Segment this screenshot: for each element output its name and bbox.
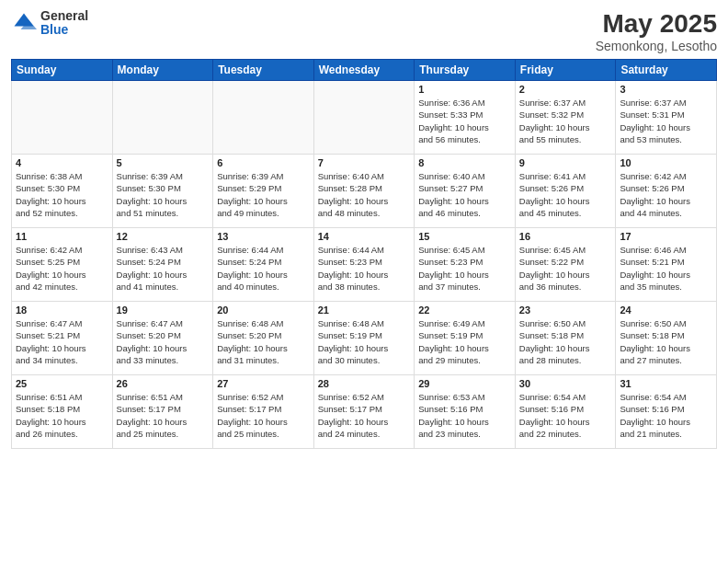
- day-number: 29: [418, 378, 511, 389]
- day-number: 15: [418, 231, 511, 242]
- header-friday: Friday: [515, 60, 616, 81]
- day-number: 11: [16, 231, 108, 242]
- day-number: 24: [620, 304, 712, 316]
- cell-text: Sunrise: 6:52 AM Sunset: 5:17 PM Dayligh…: [217, 391, 310, 440]
- cell-text: Sunrise: 6:51 AM Sunset: 5:17 PM Dayligh…: [117, 391, 210, 440]
- cell-text: Sunrise: 6:52 AM Sunset: 5:17 PM Dayligh…: [318, 391, 411, 440]
- calendar-week-5: 25Sunrise: 6:51 AM Sunset: 5:18 PM Dayli…: [12, 375, 717, 449]
- cell-text: Sunrise: 6:37 AM Sunset: 5:31 PM Dayligh…: [620, 97, 712, 145]
- cell-text: Sunrise: 6:45 AM Sunset: 5:22 PM Dayligh…: [519, 244, 612, 293]
- cell-text: Sunrise: 6:51 AM Sunset: 5:18 PM Dayligh…: [16, 391, 108, 440]
- day-number: 10: [620, 157, 712, 168]
- day-number: 5: [117, 157, 210, 168]
- calendar-location: Semonkong, Lesotho: [596, 39, 717, 53]
- table-row: 29Sunrise: 6:53 AM Sunset: 5:16 PM Dayli…: [415, 375, 516, 449]
- cell-text: Sunrise: 6:53 AM Sunset: 5:16 PM Dayligh…: [418, 391, 511, 440]
- day-number: 13: [217, 231, 310, 242]
- day-number: 8: [418, 157, 511, 168]
- day-number: 4: [16, 157, 108, 168]
- day-number: 12: [117, 231, 210, 242]
- cell-text: Sunrise: 6:44 AM Sunset: 5:24 PM Dayligh…: [217, 244, 310, 293]
- calendar-week-2: 4Sunrise: 6:38 AM Sunset: 5:30 PM Daylig…: [12, 155, 717, 228]
- logo-icon: [11, 10, 37, 36]
- header-wednesday: Wednesday: [313, 60, 415, 81]
- table-row: [12, 81, 113, 155]
- header-monday: Monday: [112, 60, 213, 81]
- cell-text: Sunrise: 6:39 AM Sunset: 5:29 PM Dayligh…: [217, 170, 310, 219]
- calendar-title: May 2025: [596, 9, 717, 39]
- page: General Blue May 2025 Semonkong, Lesotho…: [0, 0, 728, 563]
- logo: General Blue: [11, 9, 88, 38]
- day-number: 16: [519, 231, 612, 242]
- table-row: 4Sunrise: 6:38 AM Sunset: 5:30 PM Daylig…: [12, 155, 113, 228]
- table-row: 31Sunrise: 6:54 AM Sunset: 5:16 PM Dayli…: [616, 375, 717, 449]
- cell-text: Sunrise: 6:54 AM Sunset: 5:16 PM Dayligh…: [620, 391, 712, 440]
- cell-text: Sunrise: 6:37 AM Sunset: 5:32 PM Dayligh…: [519, 97, 612, 145]
- cell-text: Sunrise: 6:42 AM Sunset: 5:26 PM Dayligh…: [620, 170, 712, 219]
- cell-text: Sunrise: 6:39 AM Sunset: 5:30 PM Dayligh…: [117, 170, 210, 219]
- day-number: 26: [117, 378, 210, 389]
- header-saturday: Saturday: [616, 60, 717, 81]
- table-row: 28Sunrise: 6:52 AM Sunset: 5:17 PM Dayli…: [313, 375, 415, 449]
- weekday-header-row: Sunday Monday Tuesday Wednesday Thursday…: [12, 60, 717, 81]
- header-thursday: Thursday: [415, 60, 516, 81]
- table-row: 7Sunrise: 6:40 AM Sunset: 5:28 PM Daylig…: [313, 155, 415, 228]
- table-row: [112, 81, 213, 155]
- logo-general-label: General: [40, 9, 88, 23]
- day-number: 21: [318, 304, 411, 316]
- cell-text: Sunrise: 6:38 AM Sunset: 5:30 PM Dayligh…: [16, 170, 108, 219]
- table-row: 1Sunrise: 6:36 AM Sunset: 5:33 PM Daylig…: [415, 81, 516, 155]
- cell-text: Sunrise: 6:50 AM Sunset: 5:18 PM Dayligh…: [620, 317, 712, 366]
- table-row: 10Sunrise: 6:42 AM Sunset: 5:26 PM Dayli…: [616, 155, 717, 228]
- day-number: 27: [217, 378, 310, 389]
- cell-text: Sunrise: 6:43 AM Sunset: 5:24 PM Dayligh…: [117, 244, 210, 293]
- day-number: 17: [620, 231, 712, 242]
- cell-text: Sunrise: 6:47 AM Sunset: 5:21 PM Dayligh…: [16, 317, 108, 366]
- table-row: 12Sunrise: 6:43 AM Sunset: 5:24 PM Dayli…: [112, 228, 213, 302]
- header-tuesday: Tuesday: [213, 60, 314, 81]
- day-number: 3: [620, 84, 712, 95]
- cell-text: Sunrise: 6:40 AM Sunset: 5:27 PM Dayligh…: [418, 170, 511, 219]
- title-block: May 2025 Semonkong, Lesotho: [596, 9, 717, 53]
- table-row: 2Sunrise: 6:37 AM Sunset: 5:32 PM Daylig…: [515, 81, 616, 155]
- table-row: 9Sunrise: 6:41 AM Sunset: 5:26 PM Daylig…: [515, 155, 616, 228]
- table-row: 18Sunrise: 6:47 AM Sunset: 5:21 PM Dayli…: [12, 302, 113, 375]
- cell-text: Sunrise: 6:36 AM Sunset: 5:33 PM Dayligh…: [418, 97, 511, 145]
- calendar-week-1: 1Sunrise: 6:36 AM Sunset: 5:33 PM Daylig…: [12, 81, 717, 155]
- day-number: 22: [418, 304, 511, 316]
- day-number: 30: [519, 378, 612, 389]
- cell-text: Sunrise: 6:45 AM Sunset: 5:23 PM Dayligh…: [418, 244, 511, 293]
- table-row: 16Sunrise: 6:45 AM Sunset: 5:22 PM Dayli…: [515, 228, 616, 302]
- table-row: 13Sunrise: 6:44 AM Sunset: 5:24 PM Dayli…: [213, 228, 314, 302]
- day-number: 6: [217, 157, 310, 168]
- table-row: [213, 81, 314, 155]
- day-number: 25: [16, 378, 108, 389]
- day-number: 14: [318, 231, 411, 242]
- day-number: 20: [217, 304, 310, 316]
- cell-text: Sunrise: 6:40 AM Sunset: 5:28 PM Dayligh…: [318, 170, 411, 219]
- table-row: 27Sunrise: 6:52 AM Sunset: 5:17 PM Dayli…: [213, 375, 314, 449]
- table-row: 24Sunrise: 6:50 AM Sunset: 5:18 PM Dayli…: [616, 302, 717, 375]
- day-number: 28: [318, 378, 411, 389]
- day-number: 1: [418, 84, 511, 95]
- table-row: 21Sunrise: 6:48 AM Sunset: 5:19 PM Dayli…: [313, 302, 415, 375]
- table-row: 17Sunrise: 6:46 AM Sunset: 5:21 PM Dayli…: [616, 228, 717, 302]
- table-row: 3Sunrise: 6:37 AM Sunset: 5:31 PM Daylig…: [616, 81, 717, 155]
- calendar-week-4: 18Sunrise: 6:47 AM Sunset: 5:21 PM Dayli…: [12, 302, 717, 375]
- day-number: 9: [519, 157, 612, 168]
- table-row: 30Sunrise: 6:54 AM Sunset: 5:16 PM Dayli…: [515, 375, 616, 449]
- cell-text: Sunrise: 6:50 AM Sunset: 5:18 PM Dayligh…: [519, 317, 612, 366]
- day-number: 19: [117, 304, 210, 316]
- cell-text: Sunrise: 6:46 AM Sunset: 5:21 PM Dayligh…: [620, 244, 712, 293]
- header-sunday: Sunday: [12, 60, 113, 81]
- table-row: 23Sunrise: 6:50 AM Sunset: 5:18 PM Dayli…: [515, 302, 616, 375]
- calendar-week-3: 11Sunrise: 6:42 AM Sunset: 5:25 PM Dayli…: [12, 228, 717, 302]
- day-number: 31: [620, 378, 712, 389]
- table-row: 8Sunrise: 6:40 AM Sunset: 5:27 PM Daylig…: [415, 155, 516, 228]
- cell-text: Sunrise: 6:48 AM Sunset: 5:19 PM Dayligh…: [318, 317, 411, 366]
- table-row: 22Sunrise: 6:49 AM Sunset: 5:19 PM Dayli…: [415, 302, 516, 375]
- table-row: 25Sunrise: 6:51 AM Sunset: 5:18 PM Dayli…: [12, 375, 113, 449]
- cell-text: Sunrise: 6:47 AM Sunset: 5:20 PM Dayligh…: [117, 317, 210, 366]
- calendar-table: Sunday Monday Tuesday Wednesday Thursday…: [11, 59, 717, 449]
- cell-text: Sunrise: 6:44 AM Sunset: 5:23 PM Dayligh…: [318, 244, 411, 293]
